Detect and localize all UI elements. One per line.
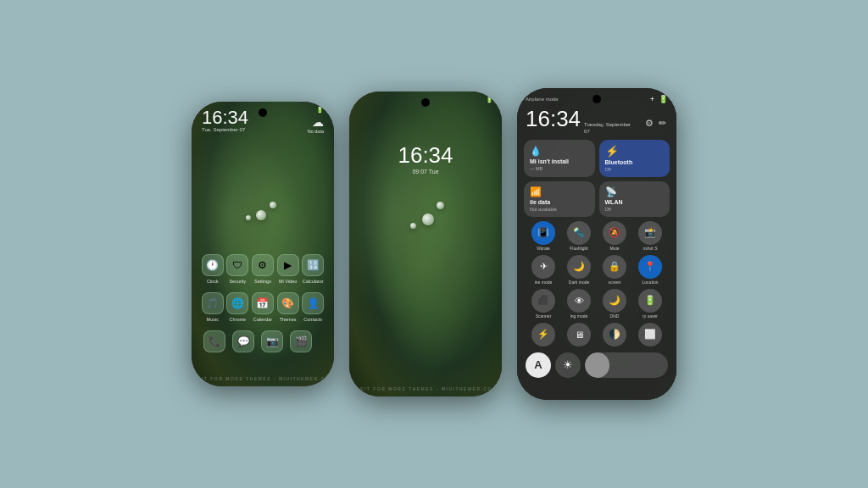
watermark-2: VISIT FOR MORE THEMES - MIUITHEMER.COM xyxy=(353,386,497,391)
mivideo-icon: ▶ xyxy=(277,254,299,276)
cc-scanner-btn[interactable]: ⬛ xyxy=(531,289,555,313)
cc-quick4-btn-1[interactable]: ⚡ xyxy=(531,323,555,347)
app-gallery[interactable]: 🎬 xyxy=(290,330,312,352)
cc-quick-row-3: ⬛ Scanner 👁 ing mode 🌙 DND xyxy=(524,289,670,319)
cc-tile-water[interactable]: 💧 Mi isn't install — MB xyxy=(524,140,595,177)
cc-vibrate-btn[interactable]: 📳 xyxy=(531,221,555,245)
weather-text-1: No data xyxy=(308,129,324,134)
app-grid-1: 🕐 Clock 🛡 Security ⚙ Settings ▶ Mi Video… xyxy=(192,254,334,361)
cc-dnd-btn[interactable]: 🌙 xyxy=(603,289,626,313)
plus-icon: + xyxy=(650,95,654,103)
cc-darkmode-col: 🌙 Dark mode xyxy=(567,255,591,285)
scanner-label: Scanner xyxy=(536,313,552,319)
cc-edit-icon[interactable]: ✏ xyxy=(659,118,666,129)
darkmode-icon: 🌙 xyxy=(573,261,585,272)
font-a-label: A xyxy=(534,358,542,371)
cc-quick4-btn-4[interactable]: ⬜ xyxy=(638,323,662,347)
status-icons-2: 🔋 xyxy=(486,97,493,103)
app-chrome[interactable]: 🌐 Chrome xyxy=(226,292,248,322)
icon-row-1: 🕐 Clock 🛡 Security ⚙ Settings ▶ Mi Video… xyxy=(200,254,326,284)
bluetooth-tile-icon: ⚡ xyxy=(605,145,665,158)
cc-quick4-3: 🌓 xyxy=(603,323,626,347)
batterysaver-label: ry saver xyxy=(643,313,658,319)
cc-quick4-4: ⬜ xyxy=(638,323,662,347)
app-phone[interactable]: 📞 xyxy=(203,330,225,352)
cc-screenshot-col: 📸 nshot S xyxy=(638,221,662,251)
cc-flashlight-col: 🔦 Flashlight xyxy=(567,221,591,251)
cc-dnd-col: 🌙 DND xyxy=(603,289,626,319)
bluetooth-tile-label: Bluetooth xyxy=(605,159,665,165)
cc-brightness-bar[interactable] xyxy=(585,352,668,378)
app-music[interactable]: 🎵 Music xyxy=(202,292,224,322)
app-calculator[interactable]: 🔢 Calculator xyxy=(302,254,324,284)
music-icon: 🎵 xyxy=(202,292,224,314)
flashlight-label: Flashlight xyxy=(570,246,587,251)
location-label: Location xyxy=(643,280,659,285)
cc-screenshot-btn[interactable]: 📸 xyxy=(638,221,662,245)
vibrate-label: Vibrate xyxy=(537,246,550,251)
cc-quick4-btn-3[interactable]: 🌓 xyxy=(603,323,626,347)
app-settings[interactable]: ⚙ Settings xyxy=(252,254,274,284)
quick4-icon-3: 🌓 xyxy=(609,329,620,340)
cc-tile-mobiledata[interactable]: 📶 ile data Not available xyxy=(524,181,595,217)
cc-tile-bluetooth[interactable]: ⚡ Bluetooth Off xyxy=(599,140,670,177)
cc-batterysaver-btn[interactable]: 🔋 xyxy=(638,289,662,313)
water-tile-label: Mi isn't install xyxy=(530,158,589,164)
security-icon: 🛡 xyxy=(226,254,248,276)
batterysaver-icon: 🔋 xyxy=(644,295,656,306)
cc-vibrate-col: 📳 Vibrate xyxy=(531,221,555,251)
app-security[interactable]: 🛡 Security xyxy=(226,254,248,284)
cc-font-btn[interactable]: A xyxy=(526,352,551,378)
screenshot-icon: 📸 xyxy=(644,227,656,238)
battery-icon-3: 🔋 xyxy=(659,95,668,103)
screenshot-label: nshot S xyxy=(643,246,658,251)
settings-label: Settings xyxy=(254,279,271,284)
cc-gear-icon[interactable]: ⚙ xyxy=(645,118,654,129)
cc-darkmode-btn[interactable]: 🌙 xyxy=(567,255,591,279)
cc-mute-col: 🔕 Mute xyxy=(603,221,626,251)
cc-topbar-icons: + 🔋 xyxy=(650,95,668,103)
app-camera[interactable]: 📷 xyxy=(261,330,283,352)
contacts-label: Contacts xyxy=(303,317,322,322)
dnd-icon: 🌙 xyxy=(609,295,620,306)
cc-flashlight-btn[interactable]: 🔦 xyxy=(567,221,591,245)
scanner-icon: ⬛ xyxy=(537,295,549,306)
phone-icon: 📞 xyxy=(203,330,225,352)
app-messages[interactable]: 💬 xyxy=(232,330,254,352)
app-clock[interactable]: 🕐 Clock xyxy=(202,254,224,284)
darkmode-label: Dark mode xyxy=(569,280,589,285)
themes-icon: 🎨 xyxy=(277,292,299,314)
cc-mute-btn[interactable]: 🔕 xyxy=(603,221,626,245)
lock-time-big: 16:34 xyxy=(398,142,453,169)
app-contacts[interactable]: 👤 Contacts xyxy=(302,292,324,322)
battery-icon-1: 🔋 xyxy=(316,107,324,114)
cc-reading-btn[interactable]: 👁 xyxy=(567,289,591,313)
cc-quick4-1: ⚡ xyxy=(531,323,555,347)
cc-tiles-row-1: 💧 Mi isn't install — MB ⚡ Bluetooth Off xyxy=(524,140,670,177)
security-label: Security xyxy=(229,279,246,284)
mute-label: Mute xyxy=(609,246,619,251)
themes-label: Themes xyxy=(280,317,297,322)
cc-lockscreen-btn[interactable]: 🔒 xyxy=(603,255,626,279)
battery-icon-2: 🔋 xyxy=(486,97,493,103)
lock-date: 09:07 Tue xyxy=(398,169,453,175)
watermark-1: VISIT FOR MORE THEMES - MIUITHEMER.COM xyxy=(192,376,334,381)
cc-date: Tuesday, September 07 xyxy=(584,121,631,136)
cc-location-btn[interactable]: 📍 xyxy=(638,255,662,279)
cc-tile-wlan[interactable]: 📡 WLAN Off xyxy=(599,181,670,217)
app-calendar[interactable]: 📅 Calendar xyxy=(252,292,274,322)
app-mivideo[interactable]: ▶ Mi Video xyxy=(277,254,299,284)
calendar-icon: 📅 xyxy=(252,292,274,314)
lockscreen-icon: 🔒 xyxy=(609,261,620,272)
cc-airplane-btn[interactable]: ✈ xyxy=(531,255,555,279)
cc-quick4-btn-2[interactable]: 🖥 xyxy=(567,323,591,347)
date-display-1: Tue, September 07 xyxy=(202,127,248,132)
location-icon: 📍 xyxy=(644,261,656,272)
chrome-label: Chrome xyxy=(230,317,247,322)
lockscreen-label: screen xyxy=(608,280,620,285)
app-themes[interactable]: 🎨 Themes xyxy=(277,292,299,322)
music-label: Music xyxy=(207,317,219,322)
cc-brightness-btn[interactable]: ☀ xyxy=(555,352,581,378)
cc-time-row: 16:34 Tuesday, September 07 ⚙ ✏ xyxy=(524,108,670,136)
time-display-1: 16:34 xyxy=(202,108,248,127)
